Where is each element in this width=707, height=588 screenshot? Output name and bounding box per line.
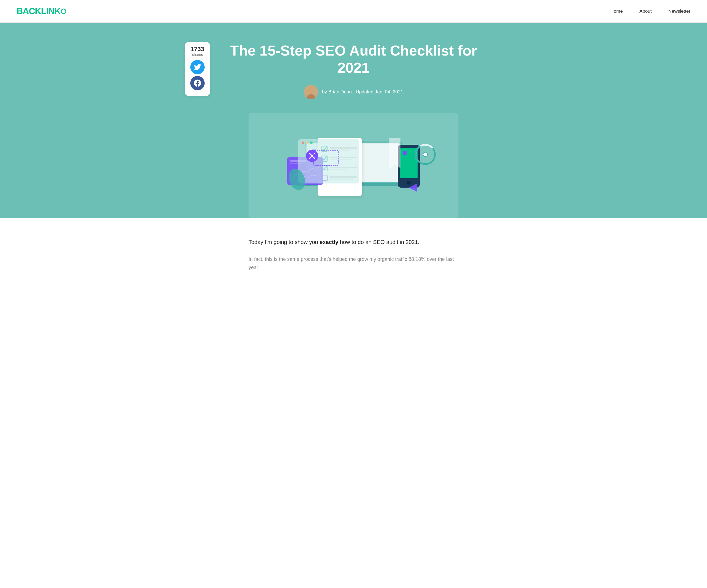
hero-section: 1733 shares The 15-Step SEO Audit Checkl… <box>0 23 707 218</box>
share-label: shares <box>190 53 205 57</box>
twitter-icon <box>194 64 201 71</box>
content-inner: Today I'm going to show you exactly how … <box>248 237 459 272</box>
hero-illustration-svg <box>248 113 459 218</box>
author-avatar <box>304 85 318 99</box>
svg-rect-34 <box>400 149 417 178</box>
content-section: Today I'm going to show you exactly how … <box>0 218 707 291</box>
nav-newsletter[interactable]: Newsletter <box>668 8 691 14</box>
hero-title: The 15-Step SEO Audit Checklist for 2021 <box>229 42 478 76</box>
svg-point-36 <box>407 181 411 185</box>
svg-rect-25 <box>298 139 359 184</box>
hero-illustration-card <box>248 113 459 218</box>
secondary-paragraph: In fact, this is the same process that's… <box>248 255 459 272</box>
author-row: by Brian Dean · Updated Jan. 04, 2021 <box>229 85 478 99</box>
share-widget: 1733 shares <box>185 42 210 96</box>
svg-point-27 <box>306 141 308 144</box>
share-count: 1733 <box>190 46 205 53</box>
nav-links: Home About Newsletter <box>610 8 691 14</box>
svg-rect-35 <box>403 151 407 155</box>
nav-about[interactable]: About <box>639 8 651 14</box>
intro-paragraph: Today I'm going to show you exactly how … <box>248 237 459 247</box>
logo-o <box>61 8 66 14</box>
twitter-share-button[interactable] <box>190 60 205 74</box>
navbar: BACKLINK Home About Newsletter <box>0 0 707 23</box>
intro-bold: exactly <box>319 239 338 245</box>
intro-text-prefix: Today I'm going to show you <box>248 239 319 245</box>
nav-home[interactable]: Home <box>610 8 623 14</box>
logo-text: BACKLINK <box>16 6 61 16</box>
svg-point-39 <box>423 152 428 157</box>
facebook-share-button[interactable] <box>190 76 205 90</box>
svg-point-1 <box>308 87 314 93</box>
avatar-image <box>304 85 318 99</box>
logo[interactable]: BACKLINK <box>16 6 66 16</box>
intro-text-suffix: how to do an SEO audit in 2021. <box>338 239 419 245</box>
author-text: by Brian Dean · Updated Jan. 04, 2021 <box>322 89 403 95</box>
facebook-icon <box>194 79 201 87</box>
svg-point-28 <box>310 141 313 144</box>
svg-point-26 <box>302 141 304 144</box>
hero-inner: 1733 shares The 15-Step SEO Audit Checkl… <box>229 42 478 218</box>
